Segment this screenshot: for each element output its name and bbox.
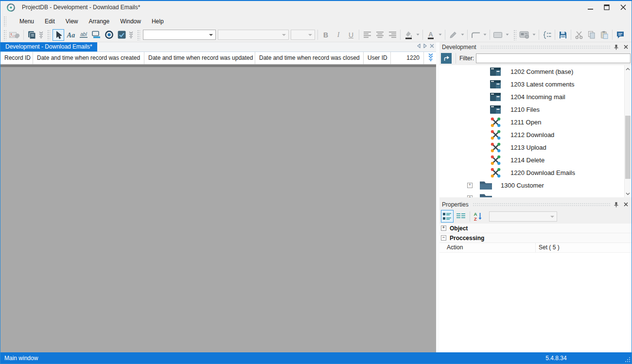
alphabetical-view-button[interactable] (455, 210, 467, 223)
toolbar-gripper[interactable] (47, 30, 50, 40)
column-header[interactable]: Date and time when record was updated (144, 52, 255, 64)
text-label-tool-icon[interactable]: Aa (65, 29, 77, 41)
tree-item[interactable]: 1202 Comment (base) (439, 65, 632, 78)
pencil-icon[interactable] (447, 29, 459, 41)
toolbar-gripper[interactable] (513, 30, 516, 40)
tree-item[interactable]: 1214 Delete (439, 154, 632, 166)
close-panel-icon[interactable] (622, 44, 630, 51)
menu-item-menu[interactable]: Menu (14, 16, 39, 27)
tab-development-download-emails[interactable]: Development - Download Emails* (0, 42, 97, 52)
sort-az-button[interactable]: AZ (472, 210, 484, 223)
italic-button[interactable]: I (333, 29, 344, 41)
fill-color-icon[interactable] (403, 29, 414, 41)
column-header[interactable]: Date and time when record was created (33, 52, 144, 64)
toolbar-gripper[interactable] (3, 30, 6, 40)
menu-item-view[interactable]: View (60, 16, 84, 27)
design-canvas[interactable] (0, 65, 436, 352)
categorized-view-button[interactable] (441, 210, 454, 223)
cut-icon[interactable] (573, 29, 585, 41)
tree-item[interactable]: + (439, 191, 632, 197)
toolbar-gripper[interactable] (137, 30, 140, 40)
braces-list-icon[interactable] (541, 29, 553, 41)
underline-button[interactable]: U (345, 29, 357, 41)
comment-icon[interactable] (614, 29, 626, 41)
chevron-down-icon[interactable] (504, 29, 510, 41)
card-icon[interactable] (519, 29, 530, 41)
layers-icon[interactable] (26, 29, 37, 41)
document-area: Development - Download Emails* Record ID… (0, 42, 436, 352)
chevron-overflow-icon[interactable] (128, 29, 134, 41)
scrollbar-thumb[interactable] (625, 116, 631, 179)
close-tab-icon[interactable] (430, 44, 434, 48)
font-color-icon[interactable]: A (425, 29, 437, 41)
column-header[interactable]: Date and time when record was closed (255, 52, 364, 64)
tree-item[interactable]: 1220 Download Emails (439, 166, 632, 179)
chevron-down-icon[interactable] (482, 29, 488, 41)
tree-item[interactable]: 1204 Incoming mail (439, 90, 632, 103)
property-value[interactable]: Set ( 5 ) (536, 243, 632, 252)
menu-item-help[interactable]: Help (146, 16, 169, 27)
scroll-tabs-right-icon[interactable] (423, 44, 427, 48)
save-icon[interactable] (557, 29, 569, 41)
align-right-icon[interactable] (386, 29, 398, 41)
checkbox-tool-icon[interactable] (116, 29, 127, 41)
tree-item[interactable]: 1213 Upload (439, 141, 632, 154)
title-bar: ProjectDB - Development - Download Email… (0, 1, 632, 14)
column-header[interactable]: Record ID (0, 52, 33, 64)
maximize-button[interactable] (598, 1, 615, 13)
minimize-button[interactable] (582, 1, 598, 13)
panel-splitter-vertical[interactable] (436, 42, 439, 352)
close-panel-icon[interactable] (622, 201, 630, 208)
menu-item-edit[interactable]: Edit (39, 16, 60, 27)
pin-icon[interactable] (612, 44, 620, 51)
column-header[interactable]: User ID (364, 52, 391, 64)
bold-button[interactable]: B (320, 29, 332, 41)
chevron-down-icon (308, 34, 312, 36)
align-center-icon[interactable] (374, 29, 386, 41)
expander-icon[interactable]: + (441, 225, 446, 231)
column-header[interactable]: 1220 (391, 52, 424, 64)
paste-icon[interactable] (598, 29, 610, 41)
tree-item[interactable]: 1210 Files (439, 103, 632, 116)
menu-item-arrange[interactable]: Arrange (84, 16, 115, 27)
chevron-overflow-icon[interactable] (38, 29, 44, 41)
chevron-down-icon[interactable] (459, 29, 465, 41)
cursor-tool-button[interactable] (53, 29, 64, 41)
jump-to-object-button[interactable] (441, 53, 452, 64)
scroll-up-icon[interactable] (625, 65, 631, 72)
border-corner-icon[interactable] (470, 29, 481, 41)
tree-item[interactable]: 1203 Latest comments (439, 78, 632, 90)
column-overflow-icon[interactable] (428, 52, 436, 64)
scroll-down-icon[interactable] (625, 190, 631, 197)
menu-item-window[interactable]: Window (115, 16, 146, 27)
pin-icon[interactable] (612, 201, 620, 208)
separator (400, 30, 401, 40)
property-group-proccessing[interactable]: −Proccessing (439, 233, 632, 243)
filter-input[interactable] (476, 53, 631, 63)
picture-icon[interactable] (9, 29, 21, 41)
tree-item[interactable]: 1211 Open (439, 116, 632, 128)
expander-icon[interactable]: + (467, 195, 473, 198)
scroll-tabs-left-icon[interactable] (417, 44, 421, 48)
property-group-object[interactable]: +Object (439, 224, 632, 233)
chevron-down-icon[interactable] (531, 29, 537, 41)
textbox-tool-icon[interactable]: abl (78, 29, 89, 41)
rectangle-icon[interactable] (492, 29, 504, 41)
radio-button-tool-icon[interactable] (103, 29, 115, 41)
toolbar-gripper[interactable] (3, 16, 6, 27)
chevron-down-icon[interactable] (437, 29, 443, 41)
tree-item[interactable]: 1212 Download (439, 128, 632, 141)
expander-icon[interactable]: + (467, 183, 473, 188)
tree-item[interactable]: +1300 Customer (439, 179, 632, 191)
chevron-down-icon[interactable] (415, 29, 421, 41)
panel-tool-icon[interactable] (90, 29, 102, 41)
style-combobox[interactable] (143, 30, 216, 40)
tree-scrollbar[interactable] (624, 65, 631, 197)
align-left-icon[interactable] (361, 29, 373, 41)
separator (490, 30, 490, 40)
expander-icon[interactable]: − (441, 235, 446, 241)
version-label: 5.4.8.34 (539, 355, 573, 362)
resize-grip[interactable] (625, 357, 631, 363)
copy-icon[interactable] (586, 29, 597, 41)
close-window-button[interactable] (615, 1, 632, 13)
